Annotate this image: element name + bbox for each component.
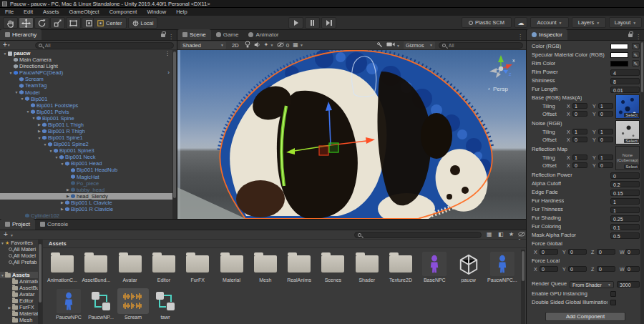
hierarchy-item[interactable]: ▶Bip001 L Thigh [0, 122, 172, 128]
lighting-toggle-icon[interactable] [245, 41, 250, 49]
number-field[interactable]: 0.5 [610, 232, 640, 239]
scene-viewport[interactable]: X Z ‹ Persp [177, 50, 526, 219]
hierarchy-tab[interactable]: Hierarchy [0, 29, 42, 40]
vector-field[interactable]: 0 [568, 266, 587, 272]
tiling-field[interactable]: 0 [572, 162, 587, 168]
pivot-center-button[interactable]: Center [93, 17, 127, 29]
lock-icon[interactable] [161, 34, 165, 37]
hierarchy-search[interactable] [35, 42, 174, 49]
hierarchy-item[interactable]: MagicHat [0, 173, 172, 180]
hierarchy-item[interactable]: ▼Bip001 Head [0, 160, 172, 167]
assets-root-item[interactable]: ▼Assets [0, 272, 42, 278]
inspector-scrollbar[interactable] [640, 41, 644, 324]
vector-field[interactable]: 0 [597, 249, 615, 255]
persp-label[interactable]: Persp [493, 86, 508, 92]
folder-tree-item[interactable]: Avatar [0, 291, 42, 298]
vector-field[interactable]: 0 [625, 249, 640, 255]
rotate-tool[interactable] [34, 17, 49, 29]
vector-field[interactable]: 0 [568, 249, 587, 255]
grid-dropdown-icon[interactable]: ▦ ▼ [293, 42, 303, 48]
color-swatch[interactable] [610, 52, 628, 58]
asset-assetbund[interactable]: AssetBund... [80, 251, 112, 283]
create-dropdown-icon[interactable]: ▼ [10, 233, 14, 237]
add-component-button[interactable]: Add Component [545, 312, 625, 321]
render-queue-dropdown[interactable]: From Shader▼ [570, 281, 614, 288]
asset-tawr[interactable]: tawr [150, 288, 181, 320]
color-swatch[interactable] [610, 44, 628, 49]
checkbox[interactable] [610, 300, 616, 305]
scene-orientation-gizmo[interactable]: X Z [489, 55, 515, 78]
expand-arrow-icon[interactable]: ▼ [54, 155, 59, 159]
search-by-label-icon[interactable]: ◧ [498, 231, 504, 237]
hierarchy-item[interactable]: ▼Bip001 Spine3 [0, 147, 172, 154]
expand-arrow-icon[interactable]: ▼ [59, 162, 65, 166]
texture-select-button[interactable]: Select [624, 113, 639, 117]
number-field[interactable]: 0.2 [610, 181, 640, 187]
asset-paucwnpc[interactable]: PaucwNPC [53, 288, 84, 320]
tiling-field[interactable]: 1 [598, 103, 613, 109]
project-search[interactable] [354, 232, 482, 238]
expand-arrow-icon[interactable]: ▶ [65, 187, 71, 192]
visibility-count[interactable]: 0 [277, 42, 289, 49]
expand-arrow-icon[interactable]: ▼ [8, 71, 14, 75]
hierarchy-item[interactable]: ▼Bip001 Spine2 [0, 141, 172, 147]
vector-field[interactable]: 0 [540, 249, 558, 255]
favorites-item[interactable]: All Materi [0, 246, 42, 252]
hierarchy-item[interactable]: Bip001 HeadNub [0, 167, 172, 173]
asset-mesh[interactable]: Mesh [250, 251, 281, 283]
menu-gameobject[interactable]: GameObject [64, 8, 104, 16]
expand-arrow-icon[interactable]: ▼ [19, 97, 25, 101]
hierarchy-item[interactable]: ▼PaucwNPC(Dead)› [0, 69, 172, 76]
tab-animator[interactable]: Animator [243, 29, 283, 40]
folder-tree-item[interactable]: AssetBun [0, 285, 42, 291]
project-tree-scrollbar[interactable] [38, 240, 42, 324]
asset-material[interactable]: Material [216, 251, 248, 283]
expand-arrow-icon[interactable]: ▶ [7, 305, 12, 310]
plastic-scm-button[interactable]: Plastic SCM [462, 17, 512, 28]
pause-button[interactable] [305, 17, 320, 29]
axis-y-cone[interactable] [498, 55, 504, 62]
asset-texture2d[interactable]: Texture2D [385, 251, 416, 283]
hand-tool[interactable] [3, 17, 18, 29]
folder-tree-item[interactable]: Editor [0, 298, 42, 304]
eyedropper-icon[interactable]: ✎ [632, 60, 640, 67]
folder-tree-item[interactable]: Mesh [0, 317, 42, 323]
tool-settings-icon[interactable] [376, 41, 383, 49]
scale-tool[interactable] [50, 17, 65, 29]
asset-editor[interactable]: Editor [148, 251, 180, 283]
play-button[interactable] [288, 17, 303, 29]
hierarchy-item[interactable]: Bip001 Footsteps [0, 102, 172, 109]
favorites-header[interactable]: ▼★Favorites [0, 240, 42, 246]
tiling-field[interactable]: 0 [598, 137, 613, 142]
expand-arrow-icon[interactable]: ▼ [25, 109, 31, 114]
hierarchy-item[interactable]: ▼Bip001 [0, 96, 172, 102]
number-field[interactable]: 3000 [617, 281, 640, 288]
hierarchy-item[interactable]: ▼Bip001 Spine1 [0, 134, 172, 141]
checkbox[interactable] [610, 291, 616, 297]
texture-select-button[interactable]: Select [624, 139, 639, 143]
expand-arrow-icon[interactable]: ▶ [59, 207, 65, 211]
favorites-item[interactable]: All Prefab [0, 259, 42, 265]
asset-shader[interactable]: Shader [351, 251, 383, 283]
tiling-field[interactable]: 1 [598, 129, 613, 134]
vector-field[interactable]: 0 [625, 266, 640, 272]
asset-scream[interactable]: Scream [117, 288, 149, 320]
gizmos-dropdown[interactable]: Gizmos▼ [404, 41, 435, 49]
hierarchy-item[interactable]: ▼Model [0, 89, 172, 95]
folder-tree-item[interactable]: Material [0, 310, 42, 317]
number-field[interactable]: 8 [610, 78, 640, 84]
axis-z-cone[interactable] [503, 70, 508, 74]
tiling-field[interactable]: 1 [572, 154, 587, 160]
layers-dropdown[interactable]: Layers▼ [572, 17, 606, 28]
tab-scene[interactable]: Scene [177, 29, 211, 40]
number-field[interactable]: 0 [610, 172, 640, 179]
menu-edit[interactable]: Edit [19, 8, 38, 16]
tab-game[interactable]: Game [211, 29, 244, 40]
hierarchy-item[interactable]: Po_piece [0, 180, 172, 187]
number-field[interactable]: 0.01 [610, 87, 640, 93]
folder-tree-item[interactable]: ▶FurFX [0, 304, 42, 310]
color-swatch[interactable] [610, 61, 628, 67]
hierarchy-item[interactable]: Main Camera [0, 57, 172, 63]
cloud-button[interactable]: ☁ [514, 17, 527, 28]
step-button[interactable] [321, 17, 336, 29]
